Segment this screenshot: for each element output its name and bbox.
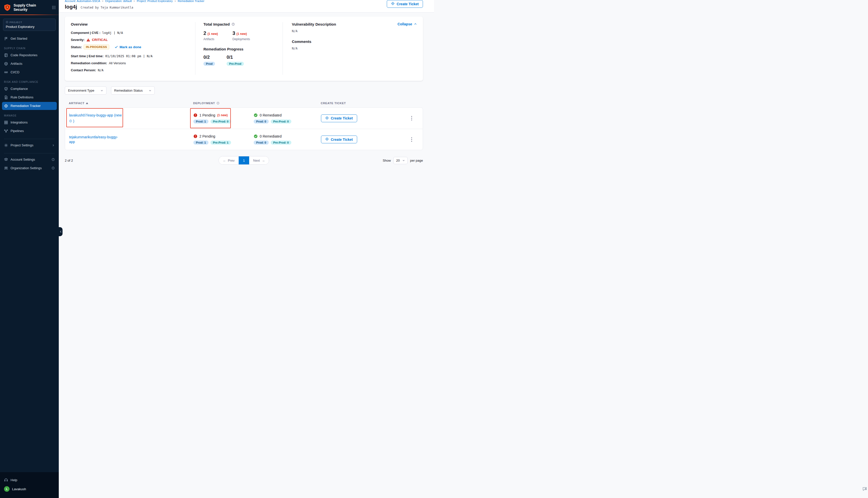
remediated-icon bbox=[254, 134, 258, 138]
sidebar-collapse-handle[interactable] bbox=[59, 227, 63, 236]
warning-triangle-icon bbox=[87, 38, 90, 42]
prod-count-badge: Prod: 0 bbox=[254, 141, 269, 145]
chevron-down-icon bbox=[101, 89, 103, 92]
create-ticket-button[interactable]: Create Ticket bbox=[321, 135, 357, 143]
sidebar-item-pipelines[interactable]: Pipelines bbox=[2, 127, 57, 135]
chevron-down-icon bbox=[149, 89, 152, 92]
sidebar-item-organization-settings[interactable]: Organization Settings bbox=[2, 164, 57, 172]
artifact-link[interactable]: tejakummarikuntla/easy-buggy-app bbox=[69, 135, 122, 144]
sidebar-divider bbox=[4, 139, 55, 139]
mark-as-done-button[interactable]: Mark as done bbox=[115, 45, 141, 49]
chevron-down-icon bbox=[402, 159, 405, 162]
sidebar-item-label: Project Settings bbox=[11, 143, 34, 147]
pending-count-text: 1 Pending bbox=[199, 113, 215, 117]
page-number-1[interactable]: 1 bbox=[238, 156, 249, 165]
sidebar-item-compliance[interactable]: Compliance bbox=[2, 85, 57, 93]
prev-page-button[interactable]: ← Prev bbox=[219, 156, 238, 165]
sidebar-item-label: Pipelines bbox=[11, 129, 24, 133]
repository-icon bbox=[4, 53, 8, 57]
project-name: Product Exploratory bbox=[6, 25, 53, 29]
project-selector[interactable]: PROJECT Product Exploratory bbox=[3, 18, 56, 31]
row-menu-kebab-icon[interactable] bbox=[405, 137, 419, 142]
prod-progress-value: 0/2 bbox=[204, 55, 215, 60]
overview-heading: Overview bbox=[71, 22, 189, 26]
sidebar-item-artifacts[interactable]: Artifacts bbox=[2, 60, 57, 68]
deployments-new-count: (1 new) bbox=[237, 32, 247, 36]
content-area: Overview Component | CVE : log4j | N/A S… bbox=[59, 13, 434, 249]
app-logo-icon bbox=[3, 4, 11, 11]
module-switcher-icon[interactable] bbox=[52, 5, 56, 10]
remediated-icon bbox=[254, 113, 258, 117]
ticket-diamond-icon bbox=[325, 137, 329, 142]
create-ticket-button[interactable]: Create Ticket bbox=[387, 0, 423, 8]
severity-label: Severity: bbox=[71, 38, 85, 42]
time-label: Start time | End time: bbox=[71, 54, 103, 58]
remediated-cell: 0 Remediated Prod: 0 Pre-Prod: 0 bbox=[254, 134, 321, 145]
artifacts-count-label: Artifacts bbox=[204, 37, 218, 41]
ticket-diamond-icon bbox=[391, 2, 394, 6]
pending-cell: 1 Pending (1 new) Prod: 1 Pre-Prod: 0 bbox=[193, 113, 254, 123]
sidebar-item-label: Rule Definitions bbox=[11, 95, 34, 99]
info-icon bbox=[69, 119, 72, 122]
remediation-status-filter[interactable]: Remediation Status bbox=[111, 86, 155, 95]
impacted-deployments: 3(1 new) Deployments bbox=[232, 30, 250, 41]
breadcrumb-account[interactable]: Account: Automation-SSCA bbox=[65, 0, 100, 2]
collapse-button[interactable]: Collapse bbox=[398, 22, 417, 26]
prod-progress: 0/2 Prod bbox=[204, 55, 215, 66]
pending-icon bbox=[193, 134, 197, 138]
column-header-create-ticket: CREATE TICKET bbox=[321, 102, 405, 105]
page-header: Account: Automation-SSCA > Organization:… bbox=[59, 0, 434, 13]
show-label: Show bbox=[383, 159, 391, 162]
breadcrumb: Account: Automation-SSCA > Organization:… bbox=[65, 0, 423, 4]
breadcrumb-organization[interactable]: Organization: default bbox=[105, 0, 132, 2]
sidebar-item-integrations[interactable]: Integrations bbox=[2, 118, 57, 127]
contact-label: Contact Person: bbox=[71, 68, 96, 72]
created-by-text: Created by Teja Kummarikuntla bbox=[81, 6, 133, 9]
gear-icon bbox=[4, 143, 8, 147]
pending-icon bbox=[193, 113, 197, 117]
sidebar-section-risk-compliance: RISK AND COMPLIANCE bbox=[0, 77, 59, 84]
pending-cell: 2 Pending Prod: 1 Pre-Prod: 1 bbox=[193, 134, 254, 145]
preprod-count-badge: Pre-Prod: 0 bbox=[210, 119, 231, 123]
arrow-left-icon: ← bbox=[223, 159, 226, 162]
row-menu-kebab-icon[interactable] bbox=[405, 116, 419, 120]
overview-details: Overview Component | CVE : log4j | N/A S… bbox=[71, 22, 195, 75]
sidebar-item-cicd[interactable]: CI/CD bbox=[2, 68, 57, 76]
sidebar-item-code-repositories[interactable]: Code Repositories bbox=[2, 51, 57, 59]
environment-type-filter[interactable]: Environment Type bbox=[65, 86, 106, 95]
deployments-count-label: Deployments bbox=[232, 37, 250, 41]
sort-asc-icon bbox=[86, 102, 88, 104]
document-icon bbox=[4, 95, 8, 100]
sidebar-item-project-settings[interactable]: Project Settings bbox=[2, 141, 57, 149]
sidebar-item-label: Artifacts bbox=[11, 62, 22, 66]
artifact-link[interactable]: lavakush07/easy-buggy-app (new ) bbox=[69, 113, 122, 123]
component-cve-label: Component | CVE : bbox=[71, 31, 101, 35]
filters-row: Environment Type Remediation Status bbox=[65, 86, 423, 95]
preprod-count-badge: Pre-Prod: 0 bbox=[271, 141, 292, 145]
status-badge: IN-PROGRESS bbox=[83, 44, 109, 50]
column-header-artifact[interactable]: ARTIFACT bbox=[69, 102, 193, 105]
pagination-total: 2 of 2 bbox=[65, 159, 73, 162]
total-impacted-heading: Total Impacted bbox=[204, 22, 230, 26]
main-content: Account: Automation-SSCA > Organization:… bbox=[59, 0, 434, 249]
sidebar-item-remediation-tracker[interactable]: Remediation Tracker bbox=[2, 102, 57, 110]
artifacts-count: 2 bbox=[204, 30, 206, 36]
sidebar-item-get-started[interactable]: Get Started bbox=[2, 35, 57, 43]
preprod-badge: Pre-Prod bbox=[226, 62, 244, 66]
preprod-progress-value: 0/1 bbox=[226, 55, 244, 60]
info-icon bbox=[51, 167, 55, 170]
table-row[interactable]: lavakush07/easy-buggy-app (new ) 1 Pendi… bbox=[65, 108, 423, 129]
breadcrumb-remediation-tracker[interactable]: Remediation Tracker bbox=[178, 0, 204, 2]
app-title: Supply Chain Security bbox=[14, 3, 49, 12]
table-row[interactable]: tejakummarikuntla/easy-buggy-app 2 Pendi… bbox=[65, 129, 423, 150]
next-page-button[interactable]: Next → bbox=[249, 156, 269, 165]
ticket-diamond-icon bbox=[325, 116, 329, 120]
page-size-select[interactable]: 20 bbox=[393, 157, 407, 164]
create-ticket-button[interactable]: Create Ticket bbox=[321, 115, 357, 122]
sidebar-item-account-settings[interactable]: Account Settings bbox=[2, 156, 57, 163]
brand-accent-rule bbox=[0, 15, 59, 15]
sidebar-item-rule-definitions[interactable]: Rule Definitions bbox=[2, 93, 57, 101]
breadcrumb-project[interactable]: Project: Product Exploratory bbox=[137, 0, 172, 2]
time-value: 01/10/2025 01:08 pm | N/A bbox=[105, 54, 153, 58]
column-header-deployment: DEPLOYMENT bbox=[193, 102, 254, 105]
